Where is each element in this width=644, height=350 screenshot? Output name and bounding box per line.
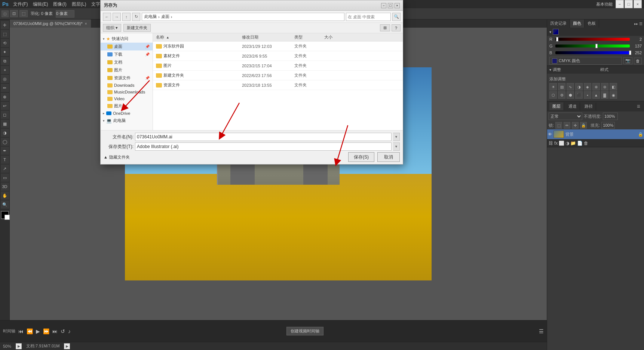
dialog-close-btn[interactable]: ×	[395, 3, 400, 8]
file-date-2: 2023/2/15 17:04	[242, 64, 294, 68]
file-name-label-2: 图片	[163, 63, 172, 68]
nav-forward-btn[interactable]: →	[113, 13, 121, 21]
pin-icon-desktop: 📌	[145, 44, 150, 49]
folder-icon-video	[107, 97, 113, 101]
sidebar-item-pictures[interactable]: 图片	[101, 66, 153, 74]
hide-folders-toggle[interactable]: ▲ 隐藏文件夹	[104, 154, 130, 160]
file-row-0[interactable]: 河东软件园 2023/1/29 12:03 文件夹	[153, 42, 403, 51]
path-computer: 此电脑	[144, 14, 157, 19]
file-date-4: 2023/2/18 13:55	[242, 83, 294, 88]
filename-row: 文件名(N): ▼	[104, 133, 400, 141]
dialog-sidebar: ▾ ★ 快速访问 桌面 📌 下载 📌 文档	[101, 33, 153, 130]
pin-icon-resources: 📌	[145, 76, 150, 80]
pin-icon-downloads: 📌	[145, 52, 150, 56]
file-name-1: 素材文件	[156, 53, 242, 59]
folder-icon-desktop	[107, 44, 113, 49]
cancel-button[interactable]: 取消	[377, 152, 400, 162]
folder-icon-pictures	[107, 68, 113, 72]
file-folder-icon-0	[156, 44, 162, 49]
col-type[interactable]: 类型	[294, 34, 324, 40]
quick-access-star: ★	[106, 36, 110, 42]
dialog-toolbar: 组织 ▾ 新建文件夹 ⊞ ?	[101, 23, 403, 33]
file-date-1: 2023/2/6 9:55	[242, 54, 294, 58]
file-name-0: 河东软件园	[156, 43, 242, 49]
file-row-4[interactable]: 资源文件 2023/2/18 13:55 文件夹	[153, 80, 403, 90]
dialog-nav: ← → ↑ ↻ 此电脑 › 桌面 › 🔍	[101, 11, 403, 23]
file-row-3[interactable]: 新建文件夹 2022/6/23 17:56 文件夹	[153, 71, 403, 80]
this-pc-header[interactable]: ▾ 💻 此电脑	[101, 117, 153, 125]
sidebar-item-musicdownloads[interactable]: MusicDownloads	[101, 89, 153, 95]
sidebar-label-downloads: 下载	[114, 52, 122, 57]
sidebar-item-downloads[interactable]: 下载 📌	[101, 50, 153, 58]
sidebar-label-resources: 资源文件	[114, 75, 131, 81]
onedrive-label: OneDrive	[113, 111, 130, 116]
folder-icon-documents	[107, 60, 113, 64]
file-type-4: 文件夹	[294, 82, 324, 88]
dialog-actions: ▲ 隐藏文件夹 保存(S) 取消	[104, 152, 400, 162]
file-date-3: 2022/6/23 17:56	[242, 73, 294, 78]
col-type-label: 类型	[294, 35, 303, 39]
thispc-label: 此电脑	[113, 118, 126, 123]
search-btn[interactable]: 🔍	[392, 13, 401, 21]
file-folder-icon-2	[156, 64, 162, 68]
file-name-4: 资源文件	[156, 82, 242, 88]
sidebar-label-desktop: 桌面	[114, 44, 122, 49]
dialog-action-buttons: 保存(S) 取消	[348, 152, 400, 162]
nav-back-btn[interactable]: ←	[103, 13, 111, 21]
file-row-2[interactable]: 图片 2023/2/15 17:04 文件夹	[153, 61, 403, 71]
file-folder-icon-3	[156, 73, 162, 78]
col-name[interactable]: 名称 ▲	[156, 34, 242, 40]
sidebar-item-video[interactable]: Video	[101, 95, 153, 102]
folder-icon-resources	[107, 76, 113, 80]
quick-access-label: 快速访问	[112, 36, 128, 42]
quick-access-header[interactable]: ▾ ★ 快速访问	[101, 35, 153, 43]
file-row-1[interactable]: 素材文件 2023/2/6 9:55 文件夹	[153, 51, 403, 61]
savetype-dropdown-arrow[interactable]: ▼	[393, 142, 400, 151]
sidebar-label-video: Video	[114, 96, 125, 101]
file-type-3: 文件夹	[294, 73, 324, 78]
file-folder-icon-4	[156, 83, 162, 88]
dialog-bottom: 文件名(N): ▼ 保存类型(T): ▼ ▲ 隐藏文件夹 保存(S) 取消	[101, 130, 403, 164]
sidebar-item-pics[interactable]: 图片	[101, 102, 153, 110]
savetype-input[interactable]	[135, 142, 392, 151]
dialog-body: ▾ ★ 快速访问 桌面 📌 下载 📌 文档	[101, 33, 403, 130]
dialog-title: 另存为	[104, 2, 380, 9]
onedrive-icon	[106, 111, 111, 115]
sidebar-item-resources[interactable]: 资源文件 📌	[101, 74, 153, 82]
file-name-label-0: 河东软件园	[163, 43, 184, 49]
nav-refresh-btn[interactable]: ↻	[132, 13, 140, 21]
hide-folders-arrow: ▲	[104, 155, 108, 159]
quick-access-arrow: ▾	[103, 37, 105, 41]
savetype-row: 保存类型(T): ▼	[104, 142, 400, 151]
filename-dropdown-arrow[interactable]: ▼	[393, 133, 400, 141]
file-name-label-3: 新建文件夹	[163, 73, 184, 78]
col-date-label: 修改日期	[242, 35, 258, 39]
sidebar-item-desktop[interactable]: 桌面 📌	[101, 43, 153, 50]
sidebar-item-documents[interactable]: 文档	[101, 58, 153, 66]
file-list: 河东软件园 2023/1/29 12:03 文件夹 素材文件 2023/2/6 …	[153, 42, 403, 130]
file-name-label-4: 资源文件	[163, 82, 180, 88]
col-name-sort: ▲	[166, 36, 169, 39]
save-button[interactable]: 保存(S)	[348, 152, 374, 162]
sidebar-item-downloads2[interactable]: Downloads	[101, 82, 153, 89]
new-folder-btn[interactable]: 新建文件夹	[123, 24, 151, 32]
folder-icon-pics	[107, 104, 113, 108]
col-name-label: 名称	[156, 35, 164, 39]
nav-up-btn[interactable]: ↑	[122, 13, 131, 21]
dialog-file-content: 名称 ▲ 修改日期 类型 大小	[153, 33, 403, 130]
col-size[interactable]: 大小	[324, 34, 354, 40]
onedrive-header[interactable]: ▸ OneDrive	[101, 110, 153, 117]
organize-btn[interactable]: 组织 ▾	[103, 24, 121, 32]
file-type-0: 文件夹	[294, 43, 324, 49]
filename-input[interactable]	[135, 133, 392, 141]
search-input[interactable]	[346, 13, 391, 21]
thispc-icon: 💻	[106, 118, 112, 123]
filename-label: 文件名(N):	[104, 134, 134, 140]
col-date[interactable]: 修改日期	[242, 34, 294, 40]
dialog-restore-btn[interactable]: □	[388, 3, 393, 8]
nav-path-bar[interactable]: 此电脑 › 桌面 ›	[142, 13, 344, 21]
dialog-minimize-btn[interactable]: −	[381, 3, 386, 8]
dialog-overlay: 另存为 − □ × ← → ↑ ↻ 此电脑 › 桌面 › 🔍 组织 ▾ 新建文件…	[0, 0, 644, 350]
view-mode-btn[interactable]: ⊞	[380, 24, 390, 31]
help-btn[interactable]: ?	[392, 24, 401, 31]
